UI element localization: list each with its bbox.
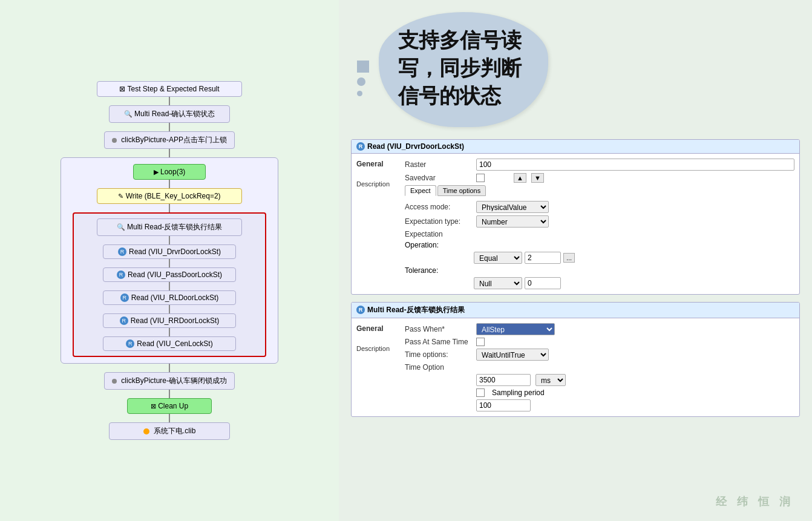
raster-input[interactable] [476,159,794,171]
connector [169,390,170,398]
pass-same-time-checkbox[interactable] [476,338,485,346]
multi-read-1-node: 🔍 Multi Read-确认车锁状态 [109,105,230,123]
tab-time-options[interactable]: Time options [437,185,486,196]
access-mode-row: Access mode: PhysicalValue [405,201,794,213]
read-icon-5: R [126,339,134,348]
tolerance-select[interactable]: Null [474,277,522,289]
time-options-row: Time options: WaitUntilTrue [405,349,794,361]
connector [169,149,170,157]
tolerance-label: Tolerance: [405,266,471,275]
bubble-dots-area [357,61,369,96]
savedvar-btn1[interactable]: ▲ [514,173,526,183]
sampling-value-input[interactable] [476,399,531,411]
prop-right-col: Raster Savedvar ▲ ▼ Expect Time options [400,157,799,290]
prop-panel-read-body: General Description Raster Savedvar ▲ ▼ [352,154,799,294]
operation-label-row: Operation: [405,241,794,249]
tab-expect[interactable]: Expect [405,185,436,196]
description-label: Description [356,180,395,188]
system-label: 系统下电.clib [154,427,195,435]
operation-label: Operation: [405,241,471,249]
general-label: General [356,160,395,168]
click-1-label: clickByPicture-APP点击车门上锁 [121,136,227,144]
bubble-dot-2 [357,77,365,86]
right-panel: 支持多信号读 写，同步判断 信号的状态 R Read (VIU_DrvrDoor… [339,0,812,521]
pass-when-label: Pass When* [405,325,471,333]
cleanup-icon: ⊠ [119,85,125,93]
write-icon: ✎ [118,192,123,200]
prop-left-col: General Description [352,157,400,290]
tolerance-label-row: Tolerance: [405,266,794,275]
read-icon-2: R [117,270,125,279]
cleanup-node: ⊠ Clean Up [127,398,212,414]
dot-icon-2 [112,379,117,384]
connector [169,414,170,422]
description-label-2: Description [356,345,395,352]
read-icon-4: R [120,316,128,325]
savedvar-btn2[interactable]: ▼ [531,173,544,183]
loop-icon: ▶ [154,168,159,175]
pass-same-time-label: Pass At Same Time [405,338,471,346]
expectation-type-row: Expectation type: Number [405,215,794,228]
general-label-2: General [356,324,395,333]
sampling-period-checkbox[interactable] [476,388,485,397]
savedvar-checkbox[interactable] [476,174,485,182]
system-icon [143,428,149,434]
prop-panel-read-title-bar: R Read (VIU_DrvrDoorLockSt) [352,140,799,154]
read-1-label: Read (VIU_DrvrDoorLockSt) [129,247,221,256]
access-mode-select[interactable]: PhysicalValue [476,201,549,213]
time-value-row: ms [405,374,794,386]
access-mode-label: Access mode: [405,203,471,211]
connector [169,236,170,244]
bubble-dot-3 [357,91,362,96]
multi-read-2-node: 🔍 Multi Read-反馈车锁执行结果 [97,218,242,236]
time-value-input[interactable] [476,374,531,386]
click-1-node: clickByPicture-APP点击车门上锁 [104,131,235,149]
read-2-node: R Read (VIU_PassDoorLockSt) [103,267,236,282]
tabs-row: Expect Time options [405,185,794,196]
operation-number-input[interactable] [525,252,561,264]
multi-read-1-label: Multi Read-确认车锁状态 [134,110,215,118]
click-2-label: clickByPicture-确认车辆闭锁成功 [121,376,227,385]
connector [169,97,170,105]
bubble-text: 支持多信号读 写，同步判断 信号的状态 [398,27,526,110]
expectation-type-select[interactable]: Number [476,215,549,228]
read-3-node: R Read (VIU_RLDoorLockSt) [103,290,236,305]
prop-panel-multiread-body: General Description Pass When* AllStep P… [352,318,799,416]
write-node: ✎ Write (BLE_Key_LockReq=2) [97,188,242,204]
multi-read-group: 🔍 Multi Read-反馈车锁执行结果 R Read (VIU_DrvrDo… [73,212,266,357]
dot-icon [112,138,117,143]
watermark: 经 纬 恒 润 [716,494,794,509]
tolerance-value-row: Null [405,277,794,289]
time-option-label: Time Option [405,363,471,372]
savedvar-label: Savedvar [405,174,471,182]
test-step-label: Test Step & Expected Result [128,85,220,93]
read-1-node: R Read (VIU_DrvrDoorLockSt) [103,244,236,259]
prop-panel-read-title: Read (VIU_DrvrDoorLockSt) [367,142,464,151]
search-icon: 🔍 [124,110,133,117]
read-icon-1: R [118,247,126,256]
top-area: 支持多信号读 写，同步判断 信号的状态 [351,12,800,127]
tolerance-number-input[interactable] [525,277,561,289]
time-unit-select[interactable]: ms [535,374,566,386]
time-options-select[interactable]: WaitUntilTrue [476,349,549,361]
read-5-label: Read (VIU_CenLockSt) [137,339,212,348]
left-panel: ⊠ Test Step & Expected Result 🔍 Multi Re… [0,0,339,521]
operation-extra-btn[interactable]: ... [563,253,575,263]
pass-when-select[interactable]: AllStep [476,323,555,335]
operation-select[interactable]: Equal [474,252,522,264]
raster-row: Raster [405,159,794,171]
prop-panel-multiread: R Multi Read-反馈车锁执行结果 General Descriptio… [351,302,800,417]
expectation-type-label: Expectation type: [405,217,471,226]
connector [169,123,170,131]
sampling-period-label: Sampling period [492,388,545,397]
prop-panel-multiread-title-bar: R Multi Read-反馈车锁执行结果 [352,303,799,318]
prop-left-col-2: General Description [352,322,400,413]
flowchart: ⊠ Test Step & Expected Result 🔍 Multi Re… [54,81,284,440]
write-label: Write (BLE_Key_LockReq=2) [126,192,221,200]
time-option-row: Time Option [405,363,794,372]
read-icon-3: R [120,293,129,302]
prop-right-col-2: Pass When* AllStep Pass At Same Time Tim… [400,322,799,413]
connector [169,180,170,188]
cleanup-icon-2: ⊠ [151,402,156,410]
read-2-label: Read (VIU_PassDoorLockSt) [128,270,222,279]
